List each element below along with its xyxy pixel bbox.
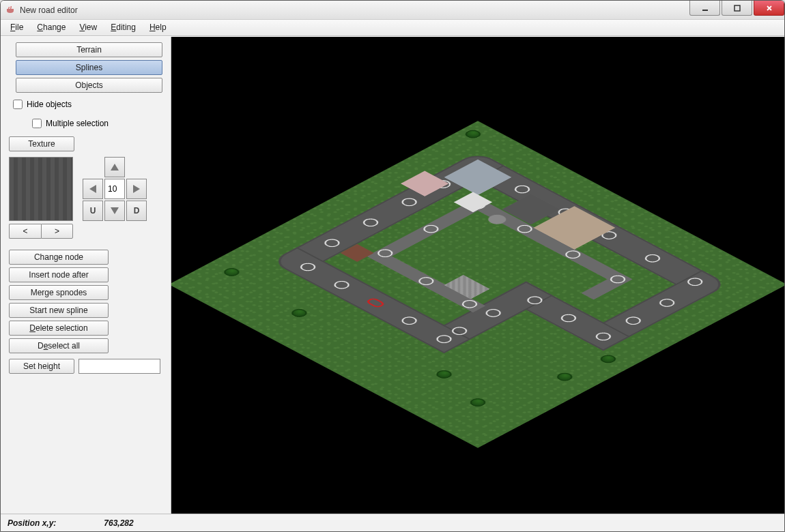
svg-rect-0 [702,10,708,11]
dpad-right-button[interactable] [126,179,147,199]
objects-button[interactable]: Objects [16,78,162,93]
dpad: U D [83,157,151,241]
insert-node-after-button[interactable]: Insert node after [9,267,109,282]
dpad-down-button[interactable] [104,201,125,221]
status-position-value: 763,282 [104,518,133,528]
menu-editing[interactable]: Editing [104,20,143,35]
menubar: File Change View Editing Help [1,20,784,36]
texture-preview [9,157,73,221]
arrow-down-icon [111,207,119,214]
window-title: New road editor [20,5,688,15]
multiple-selection-checkbox[interactable]: Multiple selection [32,119,162,128]
texture-button[interactable]: Texture [9,136,74,151]
spline-actions: Change node Insert node after Merge spno… [9,250,162,356]
main-area: Terrain Splines Objects Hide objects Mul… [1,36,784,514]
dpad-left-button[interactable] [83,179,103,199]
change-node-button[interactable]: Change node [9,250,109,265]
texture-next-button[interactable]: > [41,224,73,239]
maximize-button[interactable] [722,1,752,16]
minimize-button[interactable] [689,1,720,16]
window-buttons [688,1,784,19]
svg-rect-1 [734,5,740,11]
terrain-ground [171,121,784,449]
menu-help[interactable]: Help [143,20,173,35]
arrow-right-icon [133,185,140,193]
splines-button[interactable]: Splines [16,60,162,75]
arrow-left-icon [89,185,96,193]
multiple-selection-input[interactable] [32,119,42,128]
viewport-3d[interactable] [171,37,784,514]
start-new-spline-button[interactable]: Start new spline [9,303,109,318]
titlebar: New road editor [1,1,784,20]
dpad-u-button[interactable]: U [83,201,103,221]
texture-prev-button[interactable]: < [9,224,41,239]
close-button[interactable] [754,1,784,16]
set-height-row: Set height [9,359,162,374]
app-window: New road editor File Change View Editing… [0,0,785,532]
hide-objects-checkbox[interactable]: Hide objects [13,100,162,109]
statusbar: Position x,y: 763,282 [1,514,784,531]
terrain-button[interactable]: Terrain [16,42,162,57]
dpad-d-button[interactable]: D [126,201,147,221]
dpad-value-input[interactable] [104,179,125,199]
menu-view[interactable]: View [72,20,104,35]
sidebar: Terrain Splines Objects Hide objects Mul… [1,37,171,514]
texture-block: < > U D [9,157,162,241]
deselect-all-button[interactable]: Deselect all [9,338,109,353]
hide-objects-input[interactable] [13,100,23,109]
set-height-button[interactable]: Set height [9,359,74,374]
java-cup-icon [5,5,16,16]
hide-objects-label: Hide objects [27,100,72,109]
dpad-up-button[interactable] [104,157,125,177]
menu-file[interactable]: File [3,20,30,35]
set-height-input[interactable] [78,359,160,374]
merge-spnodes-button[interactable]: Merge spnodes [9,285,109,300]
delete-selection-button[interactable]: Delete selection [9,321,109,336]
arrow-up-icon [111,164,119,171]
status-position-label: Position x,y: [8,518,56,528]
multiple-selection-label: Multiple selection [46,119,109,128]
menu-change[interactable]: Change [30,20,72,35]
